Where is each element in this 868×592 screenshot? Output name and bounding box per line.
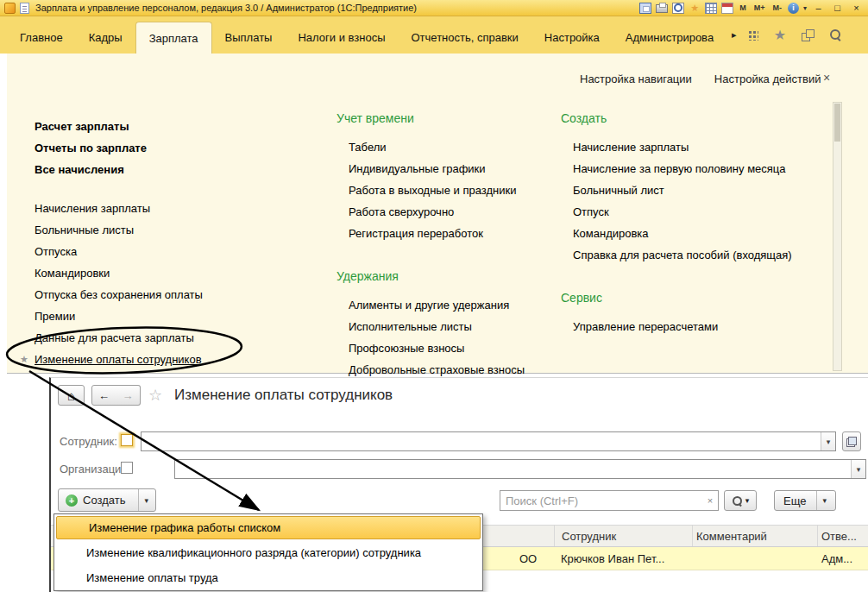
tab-glavnoe[interactable]: Главное (7, 22, 76, 54)
nav-item[interactable]: Табели (337, 136, 552, 158)
menu-item-izmenenie-grafika-raboty[interactable]: Изменение графика работы списком (56, 516, 481, 539)
tab-vyplaty[interactable]: Выплаты (212, 22, 286, 54)
more-caret-icon: ▾ (816, 491, 827, 510)
favorite-star-icon[interactable]: ★ (20, 354, 35, 365)
organization-field-label: Организация: (60, 463, 130, 475)
create-button-label: Создать (83, 494, 125, 507)
save-icon[interactable] (639, 3, 651, 14)
minimize-button[interactable]: – (811, 3, 826, 13)
nav-item[interactable]: Алименты и другие удержания (337, 294, 552, 316)
panel-scrollbar[interactable] (833, 102, 842, 371)
memory-button-m-plus[interactable]: M+ (752, 3, 767, 12)
cell-responsible: Адм... (821, 552, 852, 565)
nav-item[interactable]: Управление перерасчетами (561, 316, 846, 337)
column-header-employee[interactable]: Сотрудник (562, 530, 616, 543)
employee-choose-button[interactable] (842, 431, 861, 451)
nav-item[interactable]: Работа в выходные и праздники (337, 179, 552, 201)
column-header-responsible[interactable]: Отве... (821, 530, 857, 543)
salary-section-panel: Настройка навигации Настройка действий ×… (7, 54, 868, 374)
nav-item[interactable]: Больничные листы (35, 219, 311, 241)
menu-item-izmenenie-kvalifikatsionnogo-razryada[interactable]: Изменение квалификационного разряда (кат… (54, 540, 482, 565)
window-title: Зарплата и управление персоналом, редакц… (35, 3, 417, 13)
section-header-servis: Сервис (561, 285, 846, 311)
favorites-star-icon[interactable]: ★ (774, 29, 786, 41)
search-icon[interactable] (829, 28, 842, 41)
nav-item-otchety-po-zarplate[interactable]: Отчеты по зарплате (35, 137, 311, 159)
nav-item[interactable]: Отпуск (561, 201, 846, 223)
print-preview-icon[interactable] (672, 3, 684, 14)
actions-settings-link[interactable]: Настройка действий (714, 72, 821, 85)
close-button[interactable]: × (849, 3, 864, 13)
create-caret-icon[interactable]: ▾ (138, 489, 148, 511)
nav-item[interactable]: Начисления зарплаты (35, 198, 311, 219)
scrollbar-thumb[interactable] (834, 104, 840, 142)
nav-item[interactable]: Начисление за первую половину месяца (561, 158, 846, 179)
search-clear-icon[interactable]: × (702, 495, 718, 506)
forward-button[interactable]: → (116, 385, 141, 406)
form-title: Изменение оплаты сотрудников (174, 387, 393, 404)
nav-item[interactable]: Больничный лист (561, 179, 846, 201)
tabs-overflow-arrow-icon[interactable]: ▸ (732, 29, 737, 41)
back-button[interactable]: ← (91, 385, 116, 406)
data-table-icon[interactable] (705, 3, 717, 14)
search-options-button[interactable]: ▾ (724, 490, 757, 511)
print-icon[interactable] (656, 4, 668, 13)
nav-item[interactable]: Отпуска без сохранения оплаты (35, 284, 311, 305)
employee-dropdown-caret-icon[interactable]: ▾ (821, 432, 835, 450)
nav-item[interactable]: Командировка (561, 223, 846, 244)
search-caret-icon: ▾ (745, 496, 750, 505)
plus-icon: + (66, 494, 78, 507)
app-icon (4, 3, 16, 14)
memory-button-m-minus[interactable]: M- (771, 3, 783, 12)
menu-item-izmenenie-oplaty-truda[interactable]: Изменение оплаты труда (54, 565, 482, 590)
nav-item[interactable]: Начисление зарплаты (561, 136, 846, 158)
employee-input[interactable] (142, 432, 821, 450)
tab-kadry[interactable]: Кадры (76, 22, 135, 54)
more-button[interactable]: Еще ▾ (774, 490, 836, 511)
nav-item[interactable]: Исполнительные листы (337, 316, 552, 337)
employee-filter-checkbox[interactable] (121, 434, 133, 446)
maximize-button[interactable]: □ (830, 3, 845, 13)
add-to-favorites-icon[interactable]: ★ (689, 3, 701, 14)
nav-item[interactable]: Справка для расчета пособий (входящая) (561, 244, 846, 266)
memory-button-m[interactable]: M (738, 3, 748, 12)
recent-windows-icon[interactable] (802, 29, 814, 41)
nav-item-label: Изменение оплаты сотрудников (35, 353, 202, 366)
nav-right-column: Создать Начисление зарплаты Начисление з… (561, 105, 846, 337)
apps-grid-icon[interactable] (747, 29, 758, 41)
tab-otchetnost-spravki[interactable]: Отчетность, справки (399, 22, 531, 54)
nav-item[interactable]: Регистрация переработок (337, 223, 552, 244)
app-window: Зарплата и управление персоналом, редакц… (0, 0, 868, 592)
search-input[interactable] (500, 494, 702, 507)
calendar-icon[interactable] (721, 3, 733, 14)
favorite-toggle-icon[interactable]: ☆ (148, 386, 162, 405)
nav-item-izmenenie-oplaty-sotrudnikov[interactable]: ★ Изменение оплаты сотрудников (20, 349, 311, 370)
choose-from-list-icon (846, 437, 857, 447)
nav-settings-link[interactable]: Настройка навигации (580, 72, 692, 85)
home-button[interactable]: ⌂ (58, 385, 85, 406)
column-header-comment[interactable]: Комментарий (696, 530, 767, 543)
organization-input[interactable] (175, 460, 851, 478)
nav-item-raschet-zarplaty[interactable]: Расчет зарплаты (35, 116, 311, 137)
organization-combobox: ▾ (174, 459, 866, 479)
nav-item[interactable]: Индивидуальные графики (337, 158, 552, 179)
nav-item-vse-nachisleniya[interactable]: Все начисления (35, 159, 311, 180)
create-dropdown-menu: Изменение графика работы списком Изменен… (53, 513, 483, 591)
nav-item[interactable]: Командировки (35, 262, 311, 284)
nav-item[interactable]: Данные для расчета зарплаты (35, 327, 311, 349)
panel-close-icon[interactable]: × (823, 71, 830, 85)
tab-administrirovanie[interactable]: Администрирова (613, 22, 726, 54)
cell-organization: ОО (519, 552, 537, 565)
nav-item[interactable]: Работа сверхурочно (337, 201, 552, 223)
create-button[interactable]: + Создать ▾ (58, 488, 156, 512)
info-icon[interactable]: i (788, 3, 799, 14)
organization-filter-checkbox[interactable] (121, 462, 133, 474)
info-caret-icon[interactable]: ▾ (803, 4, 807, 12)
nav-item[interactable]: Отпуска (35, 241, 311, 262)
nav-item[interactable]: Премии (35, 305, 311, 327)
tab-nalogi-i-vznosy[interactable]: Налоги и взносы (285, 22, 398, 54)
nav-item[interactable]: Профсоюзные взносы (337, 337, 552, 359)
organization-dropdown-caret-icon[interactable]: ▾ (851, 460, 865, 478)
tab-nastroyka[interactable]: Настройка (531, 22, 613, 54)
tab-zarplata[interactable]: Зарплата (135, 22, 212, 54)
